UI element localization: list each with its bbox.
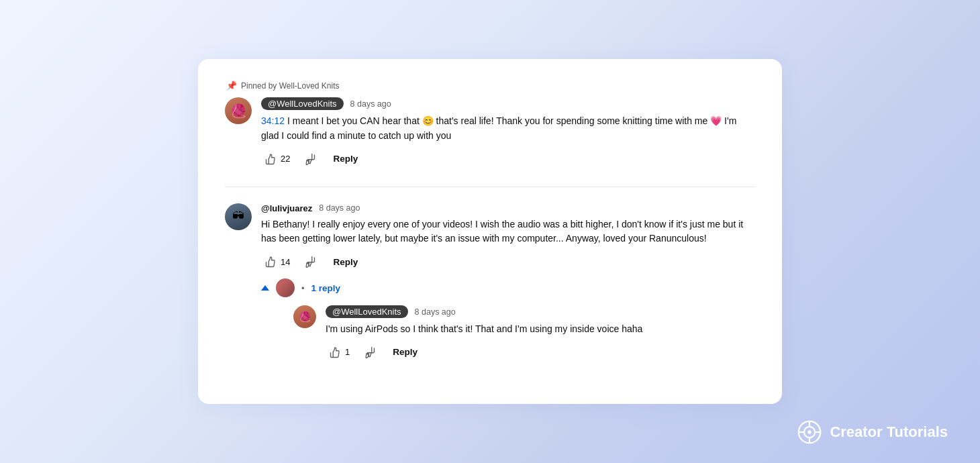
avatar-lulivjuarez: 🕶 bbox=[225, 203, 252, 230]
watermark: Creator Tutorials bbox=[797, 420, 948, 444]
comment-2-time: 8 days ago bbox=[319, 203, 360, 213]
reply-header: @WellLovedKnits 8 days ago bbox=[326, 305, 755, 318]
avatar-welllovedknits-1: 🧶 bbox=[225, 97, 252, 124]
reply-content: @WellLovedKnits 8 days ago I'm using Air… bbox=[326, 305, 755, 361]
comments-panel: 📌 Pinned by Well-Loved Knits 🧶 @WellLove… bbox=[198, 59, 782, 403]
like-count-2: 14 bbox=[281, 257, 290, 267]
comment-2-block: 🕶 @lulivjuarez 8 days ago Hi Bethany! I … bbox=[225, 203, 755, 361]
timestamp-link-1[interactable]: 34:12 bbox=[261, 115, 285, 126]
reply-button-reply[interactable]: Reply bbox=[387, 344, 423, 360]
reply-button-1[interactable]: Reply bbox=[328, 151, 363, 166]
like-button-1[interactable]: 22 bbox=[261, 150, 294, 168]
replies-count[interactable]: 1 reply bbox=[311, 283, 341, 293]
comment-1-time: 8 days ago bbox=[350, 99, 391, 109]
divider-1 bbox=[225, 187, 755, 187]
like-count-reply: 1 bbox=[345, 347, 350, 357]
avatar-welllovedknits-reply: 🧶 bbox=[293, 305, 316, 328]
comment-1-content: @WellLovedKnits 8 days ago 34:12 I meant… bbox=[261, 97, 755, 167]
like-count-1: 22 bbox=[281, 154, 290, 164]
svg-point-2 bbox=[808, 430, 812, 433]
pinned-label: 📌 Pinned by Well-Loved Knits bbox=[226, 81, 755, 91]
toggle-arrow-icon bbox=[261, 285, 269, 291]
like-button-reply[interactable]: 1 bbox=[326, 344, 354, 361]
comment-1-text-content: I meant I bet you CAN hear that 😊 that's… bbox=[261, 115, 736, 141]
reply-avatar-preview bbox=[276, 278, 295, 297]
username-badge-1: @WellLovedKnits bbox=[261, 97, 344, 110]
username-badge-reply: @WellLovedKnits bbox=[326, 305, 408, 318]
dislike-button-1[interactable] bbox=[299, 150, 320, 168]
username-plain-2: @lulivjuarez bbox=[261, 203, 312, 213]
dot-separator: • bbox=[301, 283, 305, 293]
reply-text: I'm using AirPods so I think that's it! … bbox=[326, 322, 755, 337]
thumbs-up-icon-reply bbox=[330, 346, 342, 358]
comment-1-block: 🧶 @WellLovedKnits 8 days ago 34:12 I mea… bbox=[225, 97, 755, 167]
like-button-2[interactable]: 14 bbox=[261, 253, 294, 270]
creator-tutorials-icon bbox=[797, 420, 822, 444]
reply-actions: 1 Reply bbox=[326, 344, 755, 361]
replies-toggle[interactable]: • 1 reply bbox=[261, 278, 755, 297]
comment-2-actions: 14 Reply bbox=[261, 253, 755, 270]
thumbs-up-icon-1 bbox=[265, 153, 277, 165]
comment-2-content: @lulivjuarez 8 days ago Hi Bethany! I re… bbox=[261, 203, 755, 361]
dislike-button-reply[interactable] bbox=[359, 344, 379, 361]
reply-block: 🧶 @WellLovedKnits 8 days ago I'm using A… bbox=[293, 305, 755, 361]
thumbs-down-icon-2 bbox=[303, 256, 315, 268]
thumbs-down-icon-reply bbox=[363, 346, 375, 358]
thumbs-up-icon-2 bbox=[265, 256, 277, 268]
thumbs-down-icon-1 bbox=[303, 153, 315, 165]
reply-time: 8 days ago bbox=[415, 307, 456, 317]
comment-1-header: @WellLovedKnits 8 days ago bbox=[261, 97, 755, 110]
reply-button-2[interactable]: Reply bbox=[328, 254, 363, 270]
comment-1-actions: 22 Reply bbox=[261, 150, 755, 168]
pinned-text: Pinned by Well-Loved Knits bbox=[241, 81, 340, 91]
watermark-label: Creator Tutorials bbox=[830, 423, 948, 441]
dislike-button-2[interactable] bbox=[299, 253, 320, 270]
comment-1-text: 34:12 I meant I bet you CAN hear that 😊 … bbox=[261, 114, 755, 143]
comment-2-header: @lulivjuarez 8 days ago bbox=[261, 203, 755, 213]
comment-2-text: Hi Bethany! I really enjoy every one of … bbox=[261, 217, 755, 246]
pin-icon: 📌 bbox=[226, 81, 237, 91]
